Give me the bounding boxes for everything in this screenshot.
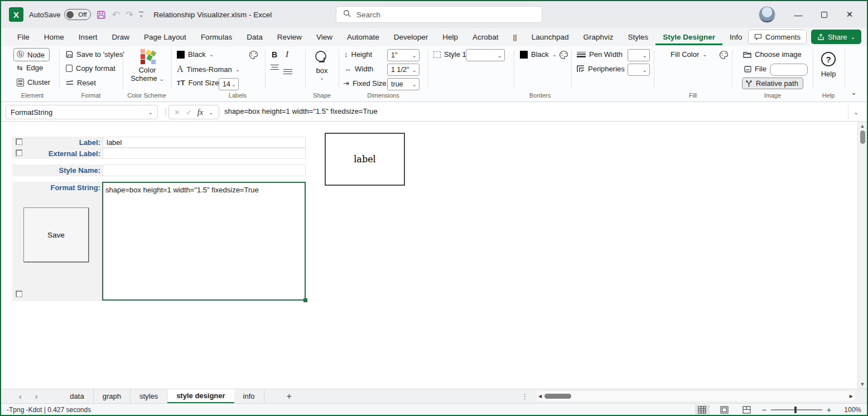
quick-access-chevron-icon[interactable]: ⌄ (139, 12, 143, 17)
share-button[interactable]: Share ⌄ (811, 30, 861, 44)
ribbon-tab-formulas[interactable]: Formulas (194, 29, 239, 45)
add-sheet-button[interactable]: + (264, 391, 314, 402)
ribbon-tab-insert[interactable]: Insert (71, 29, 105, 45)
ribbon-tab-developer[interactable]: Developer (387, 29, 436, 45)
minimize-button[interactable]: — (785, 1, 811, 28)
ribbon-tab-page-layout[interactable]: Page Layout (137, 29, 194, 45)
insert-function-icon[interactable]: fx (197, 108, 203, 117)
peripheries-select[interactable]: ⌄ (628, 64, 650, 76)
style-name-input[interactable] (103, 165, 306, 176)
width-select[interactable]: 1 1/2" ⌄ (387, 64, 419, 76)
ribbon-tab-automate[interactable]: Automate (340, 29, 387, 45)
vertical-scrollbar[interactable]: ▲ ▼ (857, 122, 867, 389)
sheet-tab-info[interactable]: info (234, 389, 264, 404)
font-family-button[interactable]: A Times-Roman ⌄ (177, 64, 240, 74)
maximize-button[interactable] (811, 1, 837, 28)
sheet-tab-data[interactable]: data (61, 389, 93, 404)
relative-path-toggle[interactable]: Relative path (742, 78, 803, 89)
autosave-toggle[interactable]: Off (64, 9, 91, 20)
ribbon-tab-review[interactable]: Review (270, 29, 309, 45)
pen-width-select[interactable]: ⌄ (628, 49, 650, 61)
node-button[interactable]: Ⓝ Node (13, 48, 50, 61)
zoom-slider[interactable]: − + (762, 405, 831, 414)
excel-logo-icon[interactable]: X (9, 7, 23, 22)
close-button[interactable]: ✕ (837, 1, 862, 28)
ribbon-tab-launchpad[interactable]: Launchpad (524, 29, 576, 45)
label-checkbox[interactable] (16, 138, 22, 145)
choose-image-button[interactable]: Choose image (743, 50, 802, 59)
fill-color-button[interactable]: Fill Color ⌄ (671, 50, 707, 59)
normal-view-icon[interactable] (695, 405, 710, 415)
ribbon-tab-info[interactable]: Info (722, 29, 750, 45)
horizontal-scroll-thumb[interactable] (544, 394, 571, 399)
bold-button[interactable]: B (272, 50, 277, 59)
bottom-checkbox[interactable] (16, 291, 22, 297)
expand-formula-bar-icon[interactable]: ⌄ (848, 105, 864, 119)
ribbon-tab-draw[interactable]: Draw (105, 29, 137, 45)
ribbon-tab-data[interactable]: Data (239, 29, 270, 45)
ribbon-tab-acrobat[interactable]: Acrobat (465, 29, 506, 45)
sheet-nav-left-icon[interactable]: ‹ (12, 392, 28, 401)
font-color-button[interactable]: Black ⌄ (177, 50, 214, 59)
collapse-ribbon-icon[interactable]: ⌄ (851, 88, 857, 96)
zoom-in-icon[interactable]: + (827, 405, 831, 414)
ribbon-tab-file[interactable]: File (10, 29, 37, 45)
horizontal-scrollbar[interactable]: ◀ ▶ (536, 391, 856, 401)
font-color-palette-icon[interactable] (249, 50, 258, 62)
save-style-button[interactable]: Save (23, 207, 89, 262)
cancel-formula-icon[interactable]: ✕ (174, 108, 180, 117)
color-scheme-button[interactable]: Color Scheme ⌄ (131, 49, 164, 83)
ribbon-tab-pipes[interactable]: || (506, 29, 524, 45)
label-input[interactable]: label (103, 137, 306, 148)
ribbon-tab-help[interactable]: Help (435, 29, 465, 45)
scroll-right-icon[interactable]: ▶ (847, 394, 856, 399)
scrollbar-grip-icon[interactable]: ⋮ (521, 392, 528, 400)
autosave-control[interactable]: AutoSave Off (29, 9, 91, 20)
save-icon[interactable] (97, 10, 106, 20)
sheet-tab-style-designer[interactable]: style designer (167, 389, 234, 404)
ribbon-tab-styles[interactable]: Styles (620, 29, 655, 45)
sheet-nav-right-icon[interactable]: › (28, 392, 45, 401)
zoom-level[interactable]: 100% (839, 406, 861, 414)
ribbon-tab-view[interactable]: View (309, 29, 340, 45)
font-size-select[interactable]: 14 ⌄ (219, 78, 239, 90)
redo-icon[interactable]: ↷ (126, 9, 133, 21)
help-button[interactable]: ? Help (817, 52, 840, 78)
italic-button[interactable]: I (286, 50, 288, 59)
page-break-view-icon[interactable] (740, 405, 754, 415)
scroll-down-icon[interactable]: ▼ (858, 381, 867, 387)
selection-handle[interactable] (303, 298, 307, 302)
sheet-tab-graph[interactable]: graph (94, 389, 131, 404)
copy-format-button[interactable]: Copy format (66, 64, 115, 72)
ribbon-tab-style-designer[interactable]: Style Designer (655, 29, 722, 45)
scroll-left-icon[interactable]: ◀ (536, 394, 544, 399)
edge-button[interactable]: ⇆ Edge (17, 64, 43, 72)
border-style-select[interactable]: ⌄ (466, 49, 505, 61)
avatar[interactable] (759, 6, 775, 23)
undo-icon[interactable]: ↶ (112, 9, 119, 21)
shape-button[interactable]: box ⌄ (310, 50, 334, 81)
format-string-input[interactable]: shape=box height=1 width="1.5" fixedsize… (102, 182, 306, 301)
file-input[interactable] (770, 64, 808, 76)
vertical-scroll-thumb[interactable] (860, 130, 865, 144)
ribbon-tab-home[interactable]: Home (37, 29, 71, 45)
reset-button[interactable]: Reset (66, 79, 96, 87)
search-input[interactable]: Search (336, 6, 542, 23)
fill-color-palette-icon[interactable] (719, 50, 729, 62)
height-select[interactable]: 1" ⌄ (387, 49, 419, 61)
comments-button[interactable]: Comments (748, 30, 807, 44)
border-color-palette-icon[interactable] (559, 50, 568, 62)
align-center-icon[interactable] (271, 63, 279, 71)
page-layout-view-icon[interactable] (717, 405, 732, 415)
cluster-button[interactable]: Cluster (17, 78, 50, 86)
enter-formula-icon[interactable]: ✓ (186, 108, 192, 117)
border-color-button[interactable]: Black ⌄ (520, 50, 557, 59)
external-label-input[interactable] (103, 148, 306, 159)
external-label-checkbox[interactable] (16, 149, 22, 156)
ribbon-tab-graphviz[interactable]: Graphviz (576, 29, 620, 45)
scroll-up-icon[interactable]: ▲ (858, 123, 867, 129)
name-box[interactable]: FormatString ⌄ (6, 105, 158, 119)
zoom-out-icon[interactable]: − (762, 405, 766, 414)
save-to-styles-button[interactable]: Save to 'styles' (66, 50, 124, 59)
formula-input[interactable]: shape=box height=1 width="1.5" fixedsize… (224, 107, 378, 115)
